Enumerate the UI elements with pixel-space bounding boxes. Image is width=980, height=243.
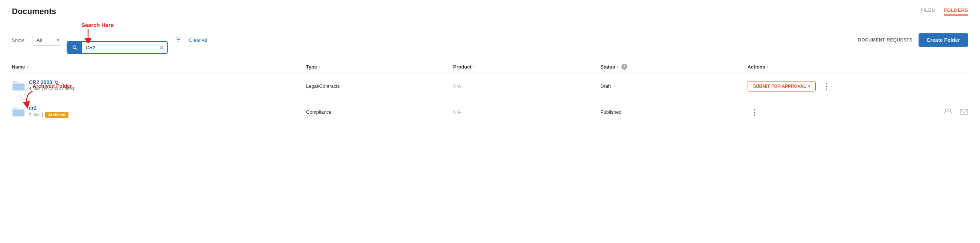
folder-svg-1 <box>12 80 25 91</box>
folder-name-link-1[interactable]: CR2 2023 ↻ <box>29 79 75 85</box>
svg-point-2 <box>948 109 950 112</box>
folder-meta-2: 2 files | Archived <box>29 112 68 118</box>
folder-name-link-2[interactable]: cr2 <box>29 105 68 111</box>
folder-icon-1 <box>12 80 25 93</box>
table-row: CR2 2023 ↻ 4 files | H2,2023 Latest Lega… <box>12 74 968 99</box>
tab-files[interactable]: FILES <box>920 7 935 16</box>
submit-for-approval-button[interactable]: SUBMIT FOR APPROVAL ▾ <box>748 81 816 91</box>
type-cell-1: Legal/Contracts <box>306 83 453 89</box>
sort-icon-product: ↑ <box>473 65 475 69</box>
folder-icon-2 <box>12 106 25 119</box>
mail-icon[interactable] <box>960 108 968 116</box>
page-container: Documents FILES FOLDERS Show : All Searc… <box>0 0 980 243</box>
col-header-name[interactable]: Name ↓ <box>12 64 306 70</box>
search-annotation-container: Search Here ✕ <box>67 41 168 54</box>
sort-icon-actions: ↓ <box>767 65 768 69</box>
search-input[interactable] <box>82 42 156 53</box>
folder-info-1: CR2 2023 ↻ 4 files | H2,2023 Latest <box>29 79 75 91</box>
users-icon-svg <box>944 108 952 115</box>
tab-folders[interactable]: FOLDERS <box>944 7 968 16</box>
search-button[interactable] <box>67 42 82 53</box>
folder-name-cell-2: cr2 2 files | Archived Archived Folder <box>12 105 306 119</box>
page-title: Documents <box>12 7 56 16</box>
toolbar: Show : All Search Here <box>0 21 980 59</box>
search-clear-button[interactable]: ✕ <box>156 42 167 53</box>
sort-icon-status: ↓ <box>617 65 619 69</box>
users-icon[interactable] <box>944 108 952 116</box>
folder-info-2: cr2 2 files | Archived Archived Folder <box>29 105 68 118</box>
sort-icon-type: ↓ <box>318 65 320 69</box>
search-icon <box>72 45 78 50</box>
svg-point-1 <box>945 109 948 112</box>
col-header-actions[interactable]: Actions ↓ <box>748 64 968 70</box>
actions-cell-2: ⋮ <box>748 106 968 118</box>
row1-more-button[interactable]: ⋮ <box>819 80 834 92</box>
table-row: cr2 2 files | Archived Archived Folder <box>12 99 968 125</box>
show-label: Show : <box>12 37 27 43</box>
help-icon-status[interactable]: ? <box>621 64 627 70</box>
show-select-wrapper: All <box>33 35 62 46</box>
svg-rect-3 <box>960 109 968 115</box>
folder-meta-1: 4 files | H2,2023 Latest <box>29 86 75 91</box>
header: Documents FILES FOLDERS <box>0 0 980 21</box>
filter-button[interactable] <box>172 35 185 46</box>
status-cell-1: Draft <box>600 83 748 89</box>
filter-icon <box>175 36 182 43</box>
show-select[interactable]: All <box>33 35 62 46</box>
type-cell-2: Compliance <box>306 109 453 115</box>
actions-cell-1: SUBMIT FOR APPROVAL ▾ ⋮ <box>748 80 968 92</box>
folder-svg-2 <box>12 106 25 117</box>
clear-all-button[interactable]: Clear All <box>189 37 207 43</box>
sort-icon-name: ↓ <box>26 65 28 69</box>
table-container: Name ↓ Type ↓ Product ↑ Status ↓ ? Actio… <box>0 59 980 125</box>
document-requests-button[interactable]: DOCUMENT REQUESTS <box>858 37 913 43</box>
folder-name-cell-1: CR2 2023 ↻ 4 files | H2,2023 Latest <box>12 79 306 93</box>
search-input-wrapper: ✕ <box>67 41 168 54</box>
header-tabs: FILES FOLDERS <box>920 7 968 16</box>
table-header: Name ↓ Type ↓ Product ↑ Status ↓ ? Actio… <box>12 59 968 74</box>
create-folder-button[interactable]: Create Folder <box>919 34 968 47</box>
mail-icon-svg <box>960 108 968 115</box>
search-annotation-text: Search Here <box>81 22 114 28</box>
archived-badge: Archived <box>45 112 68 118</box>
product-cell-1: N/A <box>453 83 601 89</box>
refresh-icon-1: ↻ <box>54 80 59 85</box>
chevron-down-icon: ▾ <box>808 84 810 88</box>
toolbar-right: DOCUMENT REQUESTS Create Folder <box>858 34 968 47</box>
col-header-status[interactable]: Status ↓ ? <box>600 64 748 70</box>
product-cell-2: N/A <box>453 109 601 115</box>
col-header-type[interactable]: Type ↓ <box>306 64 453 70</box>
row2-more-button[interactable]: ⋮ <box>748 106 762 118</box>
col-header-product[interactable]: Product ↑ <box>453 64 601 70</box>
status-cell-2: Published <box>600 109 748 115</box>
